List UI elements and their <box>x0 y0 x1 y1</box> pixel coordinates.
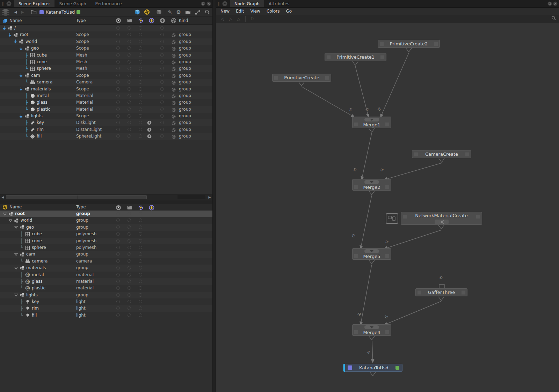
katana-logo-icon[interactable] <box>144 9 150 15</box>
toggle-circle[interactable] <box>139 239 142 243</box>
node-CameraCreate[interactable]: CameraCreate <box>412 150 471 158</box>
node-PrimitiveCreate[interactable]: PrimitiveCreate <box>272 74 331 82</box>
toggle-circle[interactable] <box>128 128 131 131</box>
toggle-circle[interactable] <box>128 225 131 229</box>
settings-gear-icon[interactable]: ⚙ <box>176 10 181 15</box>
search-icon[interactable] <box>205 9 210 15</box>
toggle-circle[interactable] <box>128 273 131 276</box>
column-header-name[interactable]: Name <box>9 204 22 210</box>
toggle-circle[interactable] <box>116 94 120 97</box>
toggle-circle[interactable] <box>128 74 131 77</box>
scroll-right-icon[interactable]: ▶ <box>207 195 212 200</box>
toggle-circle[interactable] <box>116 239 120 243</box>
toggle-circle[interactable] <box>116 40 120 43</box>
toggle-circle[interactable] <box>160 74 164 77</box>
expander-arrow-icon[interactable] <box>18 73 24 78</box>
toggle-circle[interactable] <box>128 40 131 43</box>
toggle-circle[interactable] <box>116 87 120 91</box>
toggle-circle[interactable] <box>128 212 131 215</box>
collapse-triangle-icon[interactable] <box>364 118 379 121</box>
panel-divider[interactable] <box>212 0 216 392</box>
enter-group-icon[interactable] <box>435 220 449 224</box>
scrollbar-thumb[interactable] <box>6 195 147 199</box>
tree-row-lights[interactable]: lightsgroup <box>0 292 212 298</box>
expander-arrow-icon[interactable] <box>18 87 24 91</box>
toggle-circle[interactable] <box>128 239 131 243</box>
toggle-circle[interactable] <box>139 293 142 297</box>
toggle-circle[interactable] <box>116 280 120 283</box>
toggle-circle[interactable] <box>139 74 142 77</box>
light-enabled-icon[interactable] <box>147 134 152 141</box>
collapse-triangle-icon[interactable] <box>364 180 379 184</box>
tree-row-cam[interactable]: camScopegroup <box>0 72 212 79</box>
toggle-circle[interactable] <box>139 40 142 43</box>
toggle-circle[interactable] <box>116 273 120 276</box>
tab-performance[interactable]: Performance <box>91 0 126 7</box>
tree-row-root[interactable]: rootgroup <box>0 210 212 217</box>
toggle-circle[interactable] <box>139 128 142 131</box>
export-box-icon[interactable] <box>156 9 162 15</box>
tree-row-sphere[interactable]: └spherepolymesh <box>0 244 212 251</box>
expander-arrow-icon[interactable] <box>18 114 24 119</box>
panel-drag-handle[interactable]: ‖ <box>0 0 6 7</box>
toggle-circle[interactable] <box>160 60 164 64</box>
node-graph-canvas[interactable]: i0i1i2i0i1i0i1i0i1inin PrimitiveCreate2P… <box>216 23 559 392</box>
toggle-circle[interactable] <box>116 26 120 30</box>
toggle-circle[interactable] <box>128 60 131 64</box>
panel-splitter[interactable] <box>0 200 212 204</box>
toggle-circle[interactable] <box>116 293 120 297</box>
toggle-circle[interactable] <box>116 313 120 317</box>
toggle-circle[interactable] <box>139 212 142 215</box>
toggle-circle[interactable] <box>139 280 142 283</box>
node-Merge1[interactable]: Merge1 <box>352 117 391 128</box>
toggle-circle[interactable] <box>160 94 164 97</box>
toggle-circle[interactable] <box>160 40 164 43</box>
horizontal-scrollbar[interactable]: ◀ ▶ <box>0 194 212 200</box>
toggle-circle[interactable] <box>139 259 142 263</box>
expander-arrow-icon[interactable] <box>2 212 8 216</box>
usd-stage-icon[interactable] <box>134 9 140 15</box>
toggle-circle[interactable] <box>116 212 120 215</box>
expander-arrow-icon[interactable] <box>13 252 19 257</box>
node-NetworkMaterialCreate[interactable]: NetworkMaterialCreate <box>401 212 482 225</box>
tree-row-cam[interactable]: camgroup <box>0 251 212 258</box>
forward-button[interactable]: ▶ <box>21 10 24 14</box>
toggle-circle[interactable] <box>160 26 164 30</box>
tab-scene-graph[interactable]: Scene Graph <box>55 0 90 7</box>
toggle-circle[interactable] <box>128 108 131 111</box>
node-PrimitiveCreate2[interactable]: PrimitiveCreate2 <box>378 40 440 48</box>
link-nodes-icon[interactable] <box>195 9 201 15</box>
tree-row-rim[interactable]: ├rimlight <box>0 305 212 312</box>
toggle-circle[interactable] <box>116 74 120 77</box>
toggle-circle[interactable] <box>139 87 142 91</box>
toggle-circle[interactable] <box>128 26 131 30</box>
expander-arrow-icon[interactable] <box>8 219 13 223</box>
toggle-circle[interactable] <box>116 259 120 263</box>
maximize-panel-icon[interactable] <box>201 1 205 7</box>
tree-row-rim[interactable]: ├rimDistantLightgroup <box>0 126 212 133</box>
tree-row-root[interactable]: rootScopegroup <box>0 31 212 38</box>
tree-row-key[interactable]: ├keylight <box>0 298 212 305</box>
layers-icon[interactable] <box>1 8 10 16</box>
collapse-triangle-icon[interactable] <box>364 325 379 329</box>
expander-arrow-icon[interactable] <box>13 266 19 270</box>
tree-row-plastic[interactable]: └Mplasticmaterial <box>0 285 212 291</box>
toggle-circle[interactable] <box>160 108 164 111</box>
tree-row-camera[interactable]: └cameraCameragroup <box>0 79 212 86</box>
toggle-circle[interactable] <box>116 246 120 249</box>
tree-row-camera[interactable]: └cameracamera <box>0 258 212 265</box>
toggle-circle[interactable] <box>128 293 131 297</box>
toggle-circle[interactable] <box>128 87 131 91</box>
tree-row-geo[interactable]: geoScopegroup <box>0 45 212 52</box>
node-KatanaToUsd[interactable]: KatanaToUsd <box>343 364 402 372</box>
toggle-circle[interactable] <box>139 94 142 97</box>
tree-row-materials[interactable]: materialsScopegroup <box>0 86 212 93</box>
node-Merge4[interactable]: Merge4 <box>352 324 391 336</box>
tree-row-glass[interactable]: ├glassMaterialgroup <box>0 99 212 106</box>
toggle-circle[interactable] <box>128 313 131 317</box>
expander-arrow-icon[interactable] <box>13 225 19 229</box>
toggle-circle[interactable] <box>139 60 142 64</box>
tab-scene-explorer[interactable]: Scene Explorer <box>14 0 55 7</box>
tree-row-key[interactable]: ├keyDiskLightgroup <box>0 119 212 126</box>
tree-row-lights[interactable]: lightsScopegroup <box>0 113 212 119</box>
